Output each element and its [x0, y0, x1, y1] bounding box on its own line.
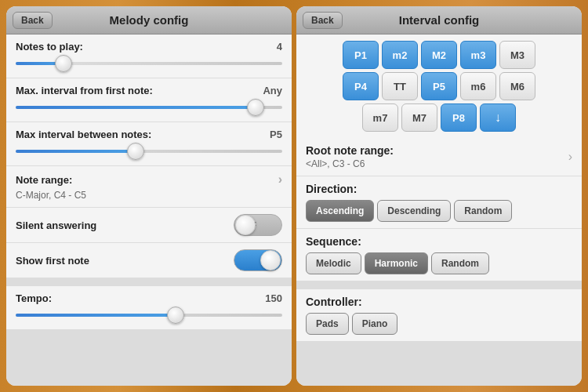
section-divider [6, 278, 292, 286]
controller-label: Controller: [306, 296, 572, 308]
interval-content: P1 m2 M2 m3 M3 P4 TT P5 m6 M6 m7 M7 [296, 34, 582, 386]
melody-config-panel: Back Melody config Notes to play: 4 [6, 6, 292, 386]
sequence-melodic-btn[interactable]: Melodic [306, 252, 361, 274]
controller-btn-group: Pads Piano [306, 313, 572, 335]
show-first-note-label: Show first note [16, 255, 89, 267]
interval-config-panel: Back Interval config P1 m2 M2 m3 M3 P4 T… [296, 6, 582, 386]
notes-to-play-slider[interactable] [16, 56, 282, 71]
interval-row-2: P4 TT P5 m6 M6 [303, 72, 575, 100]
interval-btn-P5[interactable]: P5 [421, 72, 457, 100]
root-note-range-chevron: › [568, 150, 572, 164]
interval-btn-m3[interactable]: m3 [460, 41, 496, 69]
direction-ascending-btn[interactable]: Ascending [306, 200, 374, 222]
interval-btn-m2[interactable]: m2 [382, 41, 418, 69]
interval-btn-M7[interactable]: M7 [401, 103, 437, 132]
interval-title: Interval config [399, 13, 480, 27]
root-note-range-section[interactable]: Root note range: <All>, C3 - C6 › [296, 138, 582, 176]
root-note-range-sub: <All>, C3 - C6 [306, 158, 394, 169]
max-interval-first-section: Max. interval from first note: Any [6, 78, 292, 122]
direction-random-btn[interactable]: Random [454, 200, 512, 222]
right-section-divider [296, 281, 582, 289]
melody-title: Melody config [110, 13, 189, 27]
sequence-section: Sequence: Melodic Harmonic Random [296, 229, 582, 281]
direction-label: Direction: [306, 183, 572, 195]
notes-to-play-section: Notes to play: 4 [6, 34, 292, 78]
silent-answering-toggle[interactable]: OFF [234, 214, 282, 236]
interval-grid: P1 m2 M2 m3 M3 P4 TT P5 m6 M6 m7 M7 [296, 34, 582, 138]
note-range-section[interactable]: Note range: › C-Major, C4 - C5 [6, 166, 292, 207]
show-first-note-toggle[interactable]: ON [234, 249, 282, 271]
interval-row-3: m7 M7 P8 ↓ [303, 103, 575, 132]
melody-header: Back Melody config [6, 6, 292, 34]
scroll-down-button[interactable]: ↓ [480, 103, 516, 132]
interval-btn-P8[interactable]: P8 [441, 103, 477, 132]
notes-to-play-label: Notes to play: 4 [16, 41, 282, 53]
sequence-random-btn[interactable]: Random [431, 252, 489, 274]
sequence-btn-group: Melodic Harmonic Random [306, 252, 572, 274]
interval-btn-m6[interactable]: m6 [460, 72, 496, 100]
interval-header: Back Interval config [296, 6, 582, 34]
interval-btn-P1[interactable]: P1 [343, 41, 379, 69]
melody-content: Notes to play: 4 Max. interval from firs… [6, 34, 292, 386]
interval-btn-TT[interactable]: TT [382, 72, 418, 100]
interval-back-button[interactable]: Back [303, 12, 343, 29]
interval-btn-P4[interactable]: P4 [343, 72, 379, 100]
controller-section: Controller: Pads Piano [296, 289, 582, 341]
sequence-harmonic-btn[interactable]: Harmonic [365, 252, 428, 274]
melody-back-button[interactable]: Back [13, 12, 53, 29]
note-range-chevron: › [278, 172, 282, 187]
controller-piano-btn[interactable]: Piano [352, 313, 398, 335]
max-interval-first-slider[interactable] [16, 100, 282, 115]
interval-btn-M3[interactable]: M3 [499, 41, 535, 69]
interval-btn-M6[interactable]: M6 [499, 72, 535, 100]
interval-row-1: P1 m2 M2 m3 M3 [303, 41, 575, 69]
direction-btn-group: Ascending Descending Random [306, 200, 572, 222]
note-range-sub: C-Major, C4 - C5 [16, 190, 282, 201]
controller-pads-btn[interactable]: Pads [306, 313, 349, 335]
tempo-slider[interactable] [16, 307, 282, 323]
max-interval-between-section: Max interval between notes: P5 [6, 122, 292, 165]
interval-btn-M2[interactable]: M2 [421, 41, 457, 69]
tempo-section: Tempo: 150 [6, 286, 292, 329]
show-first-note-section: Show first note ON [6, 243, 292, 278]
interval-btn-m7[interactable]: m7 [362, 103, 398, 132]
silent-answering-section: Silent answering OFF [6, 208, 292, 242]
root-note-range-label: Root note range: [306, 144, 394, 157]
max-interval-between-slider[interactable] [16, 143, 282, 159]
direction-descending-btn[interactable]: Descending [377, 200, 451, 222]
direction-section: Direction: Ascending Descending Random [296, 176, 582, 228]
sequence-label: Sequence: [306, 235, 572, 248]
silent-answering-label: Silent answering [16, 220, 96, 231]
